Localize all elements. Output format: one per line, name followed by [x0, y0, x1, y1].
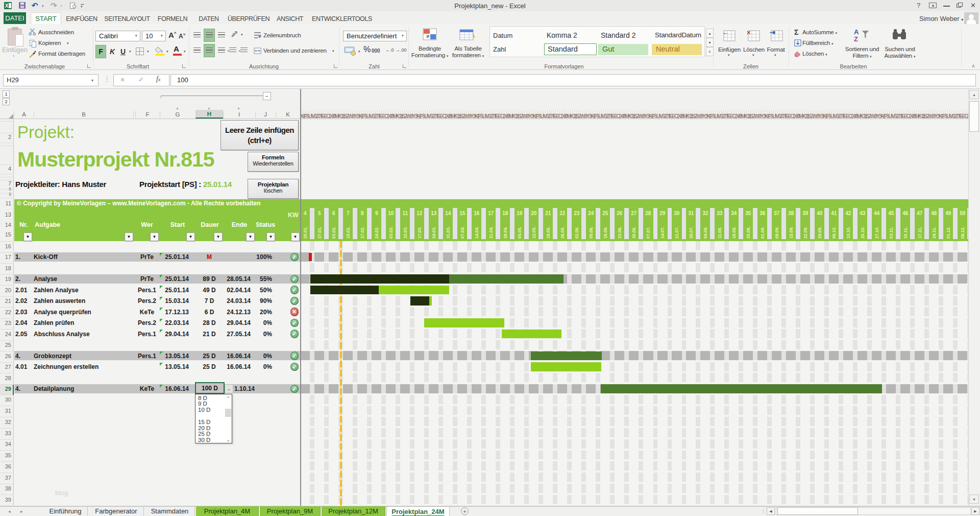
- svg-text:←: ←: [722, 29, 729, 36]
- svg-text:×: ×: [747, 29, 751, 36]
- svg-text:A: A: [854, 28, 859, 36]
- svg-text:⇥: ⇥: [770, 29, 775, 36]
- svg-text:Z: Z: [854, 35, 858, 42]
- svg-text:≠: ≠: [426, 33, 429, 39]
